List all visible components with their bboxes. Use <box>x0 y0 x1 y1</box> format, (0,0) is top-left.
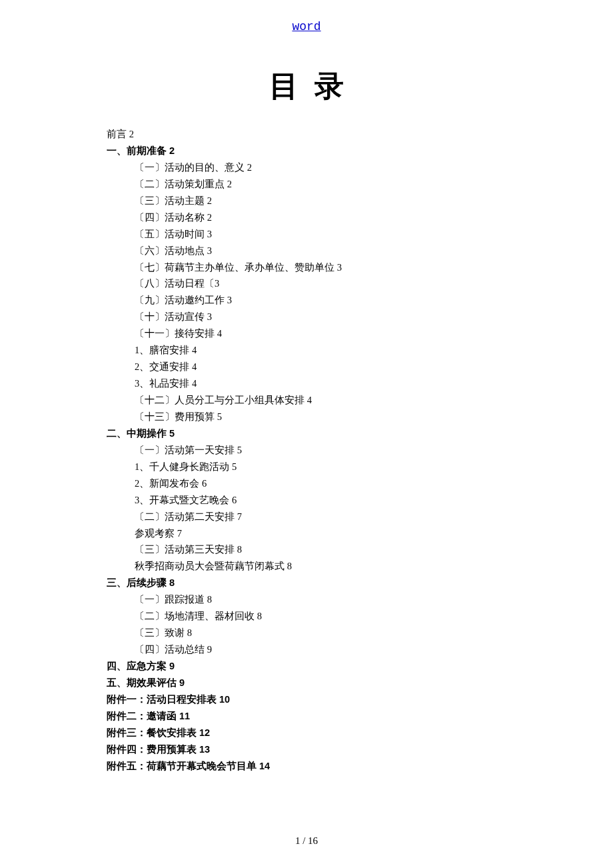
toc-entry: 〔四〕活动名称 2 <box>135 209 506 226</box>
toc-entry: 附件一：活动日程安排表 10 <box>107 691 506 708</box>
toc-entry: 〔十三〕费用预算 5 <box>135 409 506 425</box>
toc-entry: 〔二〕活动策划重点 2 <box>135 176 506 193</box>
toc-entry: 〔一〕活动第一天安排 5 <box>135 442 506 459</box>
toc-entry: 一、前期准备 2 <box>107 143 506 159</box>
toc-entry: 三、后续步骤 8 <box>107 575 506 591</box>
toc-entry: 〔一〕活动的目的、意义 2 <box>135 159 506 176</box>
toc-entry: 前言 2 <box>107 126 506 143</box>
toc-entry: 〔四〕活动总结 9 <box>135 641 506 658</box>
toc-entry: 1、膳宿安排 4 <box>135 342 506 359</box>
toc-entry: 〔三〕活动主题 2 <box>135 193 506 209</box>
toc-entry: 〔六〕活动地点 3 <box>135 243 506 259</box>
header-link[interactable]: word <box>107 20 506 33</box>
toc-entry: 2、交通安排 4 <box>135 359 506 375</box>
toc-entry: 〔八〕活动日程〔3 <box>135 275 506 292</box>
toc-entry: 参观考察 7 <box>135 525 506 542</box>
toc-entry: 3、礼品安排 4 <box>135 375 506 392</box>
toc-entry: 〔十一〕接待安排 4 <box>135 325 506 342</box>
toc-entry: 〔十二〕人员分工与分工小组具体安排 4 <box>135 392 506 409</box>
page-footer: 1 / 16 <box>0 835 613 847</box>
toc-entry: 五、期效果评估 9 <box>107 675 506 691</box>
toc-entry: 〔九〕活动邀约工作 3 <box>135 292 506 309</box>
toc-entry: 〔三〕活动第三天安排 8 <box>135 541 506 558</box>
toc-entry: 〔一〕跟踪报道 8 <box>135 591 506 608</box>
table-of-contents: 前言 2一、前期准备 2〔一〕活动的目的、意义 2〔二〕活动策划重点 2〔三〕活… <box>107 126 506 775</box>
toc-entry: 附件四：费用预算表 13 <box>107 741 506 758</box>
toc-entry: 〔五〕活动时间 3 <box>135 226 506 243</box>
toc-entry: 〔三〕致谢 8 <box>135 625 506 641</box>
toc-entry: 〔二〕活动第二天安排 7 <box>135 509 506 525</box>
page-title: 目录 <box>107 67 506 106</box>
toc-entry: 〔二〕场地清理、器材回收 8 <box>135 608 506 625</box>
toc-entry: 3、开幕式暨文艺晚会 6 <box>135 492 506 509</box>
toc-entry: 附件三：餐饮安排表 12 <box>107 725 506 741</box>
toc-entry: 四、应急方案 9 <box>107 658 506 675</box>
toc-entry: 〔十〕活动宣传 3 <box>135 309 506 325</box>
toc-entry: 附件五：荷藕节开幕式晚会节目单 14 <box>107 758 506 775</box>
toc-entry: 秋季招商动员大会暨荷藕节闭幕式 8 <box>135 558 506 575</box>
toc-entry: 〔七〕荷藕节主办单位、承办单位、赞助单位 3 <box>135 259 506 276</box>
toc-entry: 2、新闻发布会 6 <box>135 475 506 492</box>
toc-entry: 1、千人健身长跑活动 5 <box>135 459 506 475</box>
toc-entry: 附件二：邀请函 11 <box>107 708 506 725</box>
toc-entry: 二、中期操作 5 <box>107 425 506 442</box>
